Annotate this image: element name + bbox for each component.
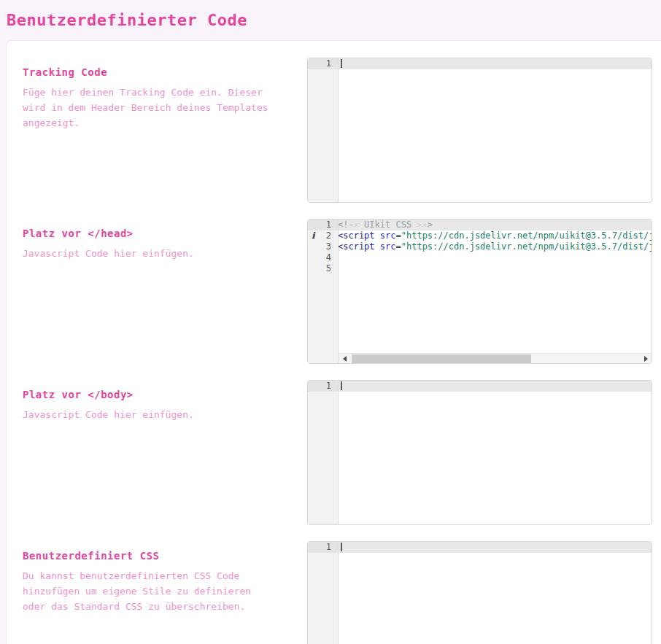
line-number: 1 [308,381,338,392]
code-token-plain: = [396,241,401,252]
section-text-column: Benutzerdefiniert CSS Du kannst benutzer… [23,541,307,644]
line-number: 1 [308,220,338,230]
code-editor[interactable]: 1 [307,58,652,203]
line-number: 4 [308,252,338,263]
code-line [339,263,652,274]
right-arrow-icon[interactable] [640,354,652,364]
editor-code-lines: <!-- UIkit CSS --><script src="https://c… [339,220,652,274]
section-tracking-code: Tracking Code Füge hier deinen Tracking … [23,58,661,203]
code-token-plain: = [396,230,401,241]
code-line [339,252,652,263]
code-editor[interactable]: 1 [307,541,652,644]
horizontal-scrollbar[interactable] [339,353,652,363]
code-token-tag: <script [339,241,375,252]
code-line: <script src="https://cdn.jsdelivr.net/np… [339,230,652,241]
code-token-string: "https://cdn.jsdelivr.net/npm/uikit@3.5.… [401,241,652,252]
scrollbar-track[interactable] [350,354,640,364]
section-description: Du kannst benutzerdefinierten CSS Code h… [23,568,279,614]
editor-line-number-gutter: 1 [308,58,339,202]
code-line: <!-- UIkit CSS --> [339,220,652,230]
section-description: Javascript Code hier einfügen. [23,407,279,422]
line-number: 1 [308,542,338,553]
editor-line-number-gutter: 12i345 [308,220,339,363]
code-editor[interactable]: 12i345 <!-- UIkit CSS --><script src="ht… [307,219,652,364]
text-cursor [341,381,342,390]
text-cursor [341,543,342,551]
left-arrow-icon[interactable] [339,354,350,364]
section-text-column: Platz vor </head> Javascript Code hier e… [23,219,307,364]
line-number: 3 [308,241,338,252]
scrollbar-thumb[interactable] [352,354,531,363]
editor-line-number-gutter: 1 [308,381,339,524]
section-heading: Benutzerdefiniert CSS [23,550,307,562]
editor-code-lines [341,542,652,553]
code-token-tag: <script [339,230,375,241]
editor-code-lines [341,381,652,392]
line-number: 2i [308,230,338,241]
code-line [339,58,652,69]
section-heading: Platz vor </body> [23,389,307,400]
line-number: 1 [308,58,338,69]
editor-code-area[interactable] [339,58,652,202]
sections-container: Tracking Code Füge hier deinen Tracking … [23,58,661,644]
section-description: Javascript Code hier einfügen. [23,246,279,261]
code-token-attr: src [380,230,396,241]
section-text-column: Tracking Code Füge hier deinen Tracking … [23,58,307,203]
code-editor[interactable]: 1 [307,380,652,525]
editor-line-number-gutter: 1 [308,542,339,644]
code-token-comment: <!-- UIkit CSS --> [339,220,433,230]
text-cursor [341,59,342,68]
page-title: Benutzerdefinierter Code [0,0,661,29]
section-text-column: Platz vor </body> Javascript Code hier e… [23,380,307,525]
code-line [339,542,652,553]
code-line [339,381,652,392]
custom-code-card: Tracking Code Füge hier deinen Tracking … [6,40,661,644]
section-heading: Tracking Code [23,66,307,78]
section-before-body: Platz vor </body> Javascript Code hier e… [23,380,661,525]
section-custom-css: Benutzerdefiniert CSS Du kannst benutzer… [23,541,661,644]
line-number: 5 [308,263,338,274]
code-line: <script src="https://cdn.jsdelivr.net/np… [339,241,652,252]
section-before-head: Platz vor </head> Javascript Code hier e… [23,219,661,364]
editor-code-area[interactable] [339,381,652,524]
code-token-string: "https://cdn.jsdelivr.net/npm/uikit@3.5.… [401,230,652,241]
editor-code-area[interactable]: <!-- UIkit CSS --><script src="https://c… [339,220,652,363]
code-token-plain [375,241,380,252]
code-token-attr: src [380,241,396,252]
code-token-plain [375,230,380,241]
section-heading: Platz vor </head> [23,228,307,239]
section-description: Füge hier deinen Tracking Code ein. Dies… [23,85,279,131]
editor-code-lines [341,58,652,69]
info-marker-icon: i [312,230,315,241]
editor-code-area[interactable] [339,542,652,644]
